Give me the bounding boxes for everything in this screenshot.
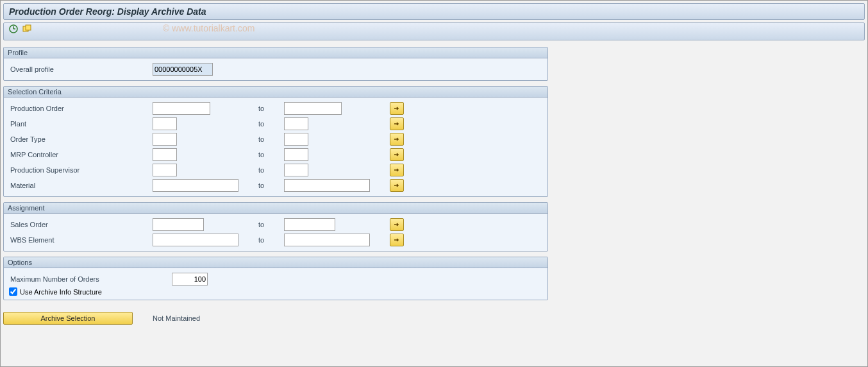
production-order-to-input[interactable] <box>284 102 342 115</box>
row-use-archive-struct: Use Archive Info Structure <box>9 287 542 296</box>
production-order-more-button[interactable] <box>390 102 404 115</box>
overall-profile-label: Overall profile <box>9 65 153 73</box>
order-type-to-input[interactable] <box>284 133 308 146</box>
to-label: to <box>258 105 284 112</box>
page-title: Production Order Reorg: Display Archive … <box>3 3 865 20</box>
row-wbs-element: WBS Element to <box>9 233 542 247</box>
app-root: Production Order Reorg: Display Archive … <box>0 0 868 367</box>
row-max-orders: Maximum Number of Orders <box>9 272 542 286</box>
to-label: to <box>258 151 284 158</box>
production-order-from-input[interactable] <box>153 102 210 115</box>
production-supervisor-to-input[interactable] <box>284 164 308 176</box>
group-selection: Selection Criteria Production Order to P… <box>3 86 548 197</box>
max-orders-label: Maximum Number of Orders <box>9 275 172 283</box>
row-overall-profile: Overall profile <box>9 62 542 76</box>
watermark: © www.tutorialkart.com <box>163 23 255 33</box>
material-from-input[interactable] <box>153 179 238 192</box>
production-supervisor-more-button[interactable] <box>390 164 404 176</box>
svg-rect-2 <box>26 25 31 30</box>
mrp-controller-to-input[interactable] <box>284 148 308 161</box>
to-label: to <box>258 236 284 244</box>
material-label: Material <box>9 182 153 189</box>
material-to-input[interactable] <box>284 179 370 192</box>
get-variant-icon[interactable] <box>22 27 31 35</box>
execute-icon[interactable] <box>9 27 20 35</box>
to-label: to <box>258 182 284 189</box>
plant-to-input[interactable] <box>284 117 308 130</box>
max-orders-input[interactable] <box>172 273 208 286</box>
group-options: Options Maximum Number of Orders Use Arc… <box>3 257 548 300</box>
row-plant: Plant to <box>9 117 542 131</box>
sales-order-to-input[interactable] <box>284 218 335 231</box>
sales-order-more-button[interactable] <box>390 218 404 231</box>
order-type-from-input[interactable] <box>153 133 177 146</box>
wbs-element-to-input[interactable] <box>284 234 370 246</box>
group-profile-title: Profile <box>4 47 547 58</box>
plant-label: Plant <box>9 120 153 128</box>
order-type-more-button[interactable] <box>390 133 404 146</box>
archive-selection-status: Not Maintained <box>153 314 200 322</box>
row-material: Material to <box>9 178 542 192</box>
row-sales-order: Sales Order to <box>9 218 542 232</box>
wbs-element-from-input[interactable] <box>153 234 238 246</box>
group-assignment: Assignment Sales Order to WBS Element to <box>3 202 548 252</box>
footer: Archive Selection Not Maintained <box>3 312 865 325</box>
plant-from-input[interactable] <box>153 117 177 130</box>
row-production-supervisor: Production Supervisor to <box>9 163 542 177</box>
production-supervisor-from-input[interactable] <box>153 164 177 176</box>
wbs-element-more-button[interactable] <box>390 234 404 246</box>
to-label: to <box>258 135 284 143</box>
archive-selection-button[interactable]: Archive Selection <box>3 312 133 325</box>
mrp-controller-label: MRP Controller <box>9 151 153 158</box>
use-archive-struct-checkbox[interactable] <box>9 287 17 296</box>
row-mrp-controller: MRP Controller to <box>9 148 542 162</box>
group-assignment-title: Assignment <box>4 203 547 214</box>
mrp-controller-from-input[interactable] <box>153 148 177 161</box>
material-more-button[interactable] <box>390 179 404 192</box>
use-archive-struct-label: Use Archive Info Structure <box>20 288 102 296</box>
mrp-controller-more-button[interactable] <box>390 148 404 161</box>
production-supervisor-label: Production Supervisor <box>9 166 153 174</box>
to-label: to <box>258 221 284 228</box>
wbs-element-label: WBS Element <box>9 236 153 244</box>
plant-more-button[interactable] <box>390 117 404 130</box>
group-selection-title: Selection Criteria <box>4 87 547 98</box>
row-production-order: Production Order to <box>9 101 542 115</box>
group-profile: Profile Overall profile <box>3 47 548 81</box>
sales-order-from-input[interactable] <box>153 218 204 231</box>
order-type-label: Order Type <box>9 135 153 143</box>
to-label: to <box>258 166 284 174</box>
overall-profile-input <box>153 63 213 76</box>
sales-order-label: Sales Order <box>9 221 153 228</box>
row-order-type: Order Type to <box>9 132 542 146</box>
toolbar: © www.tutorialkart.com <box>3 22 865 40</box>
production-order-label: Production Order <box>9 105 153 112</box>
to-label: to <box>258 120 284 128</box>
group-options-title: Options <box>4 257 547 268</box>
